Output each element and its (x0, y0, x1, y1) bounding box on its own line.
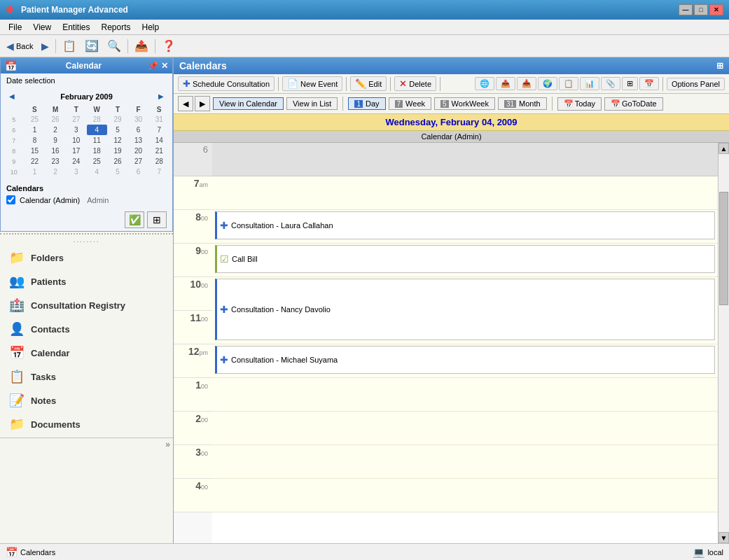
menu-view[interactable]: View (27, 21, 57, 34)
cal-day-today[interactable]: 4 (87, 125, 108, 135)
cal-day[interactable]: 28 (87, 114, 108, 125)
menu-help[interactable]: Help (137, 21, 165, 34)
cal-day[interactable]: 6 (128, 167, 149, 177)
cal-prev-button[interactable]: ◀ (178, 96, 193, 111)
cal-day[interactable]: 5 (107, 167, 128, 177)
cal-day[interactable]: 5 (107, 125, 128, 135)
action-icon-btn-1[interactable]: 🌐 (475, 77, 494, 90)
action-icon-btn-5[interactable]: 📋 (559, 77, 578, 90)
toolbar-btn-2[interactable]: 🔄 (81, 37, 102, 55)
menu-reports[interactable]: Reports (96, 21, 137, 34)
expand-nav-button[interactable]: » (165, 440, 170, 449)
cal-day[interactable]: 7 (148, 167, 169, 177)
month-view-button[interactable]: 31 Month (498, 97, 547, 110)
sidebar-item-documents[interactable]: 📁 Documents (0, 412, 173, 436)
cal-day[interactable]: 15 (25, 146, 46, 156)
forward-button[interactable]: ▶ (38, 38, 53, 54)
sidebar-item-tasks[interactable]: 📋 Tasks (0, 365, 173, 388)
edit-button[interactable]: ✏️ Edit (350, 76, 387, 91)
cal-day[interactable]: 17 (66, 146, 87, 156)
cal-day[interactable]: 24 (66, 156, 87, 167)
toolbar-btn-1[interactable]: 📋 (59, 37, 80, 55)
sidebar-item-calendar[interactable]: 📅 Calendar (0, 341, 173, 365)
new-event-button[interactable]: 📄 New Event (282, 76, 342, 91)
cal-day[interactable]: 27 (66, 114, 87, 125)
go-to-date-button[interactable]: 📅 GoToDate (604, 97, 663, 111)
week-view-button[interactable]: 7 Week (389, 97, 431, 110)
cal-day[interactable]: 23 (45, 156, 66, 167)
action-icon-btn-8[interactable]: ⊞ (622, 77, 638, 90)
delete-button[interactable]: ✕ Delete (394, 76, 436, 91)
scroll-down-btn[interactable]: ▼ (718, 532, 729, 543)
event-call-bill[interactable]: ☑ Call Bill (215, 245, 715, 273)
prev-month-button[interactable]: ◀ (6, 92, 18, 101)
cal-day[interactable]: 14 (148, 135, 169, 146)
cal-grid-btn[interactable]: ⊞ (147, 211, 167, 228)
maximize-button[interactable]: □ (694, 4, 708, 15)
view-in-calendar-button[interactable]: View in Calendar (213, 97, 284, 110)
menu-file[interactable]: File (3, 21, 27, 34)
cal-day[interactable]: 8 (25, 135, 46, 146)
event-consultation-nancy[interactable]: ✚ Consultation - Nancy Davolio (215, 279, 715, 340)
cal-day[interactable]: 2 (45, 125, 66, 135)
cal-day[interactable]: 25 (25, 114, 46, 125)
help-button[interactable]: ❓ (158, 37, 179, 55)
cal-day[interactable]: 16 (45, 146, 66, 156)
sidebar-item-consultation-registry[interactable]: 🏥 Consultation Registry (0, 293, 173, 317)
cal-next-button[interactable]: ▶ (195, 96, 210, 111)
sidebar-item-contacts[interactable]: 👤 Contacts (0, 317, 173, 341)
scroll-track[interactable] (718, 154, 729, 532)
cal-day[interactable]: 9 (45, 135, 66, 146)
vertical-scrollbar[interactable]: ▲ ▼ (718, 143, 729, 543)
minimize-button[interactable]: — (679, 4, 693, 15)
cal-day[interactable]: 4 (87, 167, 108, 177)
cal-day[interactable]: 3 (66, 125, 87, 135)
cal-day[interactable]: 10 (66, 135, 87, 146)
cal-day[interactable]: 7 (148, 125, 169, 135)
sidebar-item-patients[interactable]: 👥 Patients (0, 270, 173, 293)
action-icon-btn-6[interactable]: 📊 (580, 77, 599, 90)
calendar-close-icon[interactable]: ✕ (161, 61, 168, 71)
today-button[interactable]: 📅 Today (557, 97, 602, 111)
toolbar-btn-3[interactable]: 🔍 (104, 37, 125, 55)
cal-check-btn[interactable]: ✅ (125, 211, 144, 228)
cal-day[interactable]: 11 (87, 135, 108, 146)
cal-day[interactable]: 12 (107, 135, 128, 146)
cal-day[interactable]: 25 (87, 156, 108, 167)
cal-day[interactable]: 22 (25, 156, 46, 167)
workweek-view-button[interactable]: 5 WorkWeek (434, 97, 495, 110)
cal-day[interactable]: 6 (128, 125, 149, 135)
action-icon-btn-4[interactable]: 🌍 (538, 77, 557, 90)
cal-day[interactable]: 13 (128, 135, 149, 146)
scroll-up-btn[interactable]: ▲ (718, 143, 729, 154)
schedule-consultation-button[interactable]: ✚ Schedule Consultation (178, 76, 275, 91)
options-panel-button[interactable]: Options Panel (667, 78, 725, 90)
menu-entities[interactable]: Entities (57, 21, 95, 34)
cal-day[interactable]: 30 (128, 114, 149, 125)
cal-day[interactable]: 29 (107, 114, 128, 125)
sidebar-item-notes[interactable]: 📝 Notes (0, 388, 173, 412)
sidebar-item-folders[interactable]: 📁 Folders (0, 246, 173, 270)
cal-day[interactable]: 3 (66, 167, 87, 177)
cal-day[interactable]: 19 (107, 146, 128, 156)
cal-day[interactable]: 26 (107, 156, 128, 167)
cal-day[interactable]: 18 (87, 146, 108, 156)
view-in-list-button[interactable]: View in List (286, 97, 338, 110)
cal-day[interactable]: 21 (148, 146, 169, 156)
toolbar-btn-4[interactable]: 📤 (131, 37, 152, 55)
cal-day[interactable]: 1 (25, 167, 46, 177)
action-icon-btn-2[interactable]: 📤 (496, 77, 515, 90)
cal-day[interactable]: 28 (148, 156, 169, 167)
close-button[interactable]: ✕ (709, 4, 723, 15)
event-consultation-laura[interactable]: ✚ Consultation - Laura Callahan (215, 211, 715, 239)
calendar-pin-icon[interactable]: 📌 (148, 61, 158, 71)
action-icon-btn-7[interactable]: 📎 (601, 77, 620, 90)
day-view-button[interactable]: 1 Day (348, 97, 385, 110)
event-consultation-michael[interactable]: ✚ Consultation - Michael Suyama (215, 346, 715, 374)
scroll-thumb[interactable] (719, 192, 728, 305)
calendar-checkbox[interactable] (6, 195, 15, 204)
cal-day[interactable]: 20 (128, 146, 149, 156)
cal-day[interactable]: 26 (45, 114, 66, 125)
action-icon-btn-9[interactable]: 📅 (639, 77, 659, 90)
next-month-button[interactable]: ▶ (155, 92, 167, 101)
